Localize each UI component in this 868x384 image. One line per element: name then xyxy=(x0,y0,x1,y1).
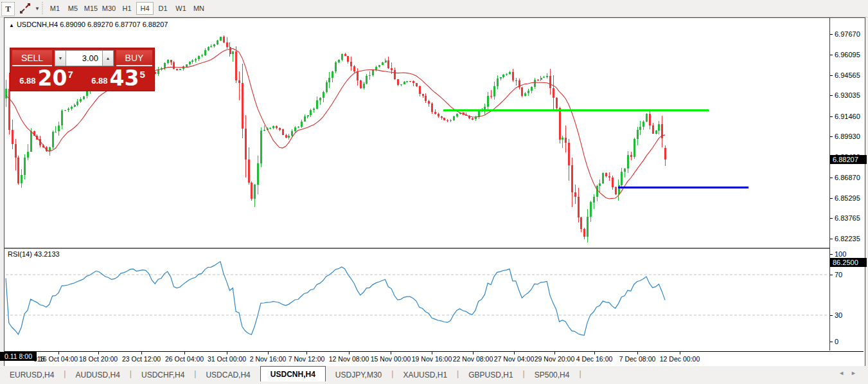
tab-sp500-h4[interactable]: SP500,H4 xyxy=(525,369,580,381)
timeframe-h4[interactable]: H4 xyxy=(136,2,154,15)
time-tick-mark xyxy=(58,352,59,354)
price-tick-label: 6.97670 xyxy=(835,30,860,38)
time-tick-mark xyxy=(306,352,307,354)
sell-price[interactable]: 6.88 20 7 xyxy=(10,68,82,89)
time-tick-label[interactable]: 15 Nov 00:00 xyxy=(371,355,411,363)
time-tick-label[interactable]: 7 Nov 12:00 xyxy=(288,355,325,363)
time-tick-label[interactable]: 12 Nov 08:00 xyxy=(329,355,369,363)
candle xyxy=(332,71,333,78)
candle xyxy=(608,176,610,177)
candle xyxy=(556,98,558,108)
candle xyxy=(509,72,511,74)
candle xyxy=(369,75,371,76)
timeframe-m5[interactable]: M5 xyxy=(64,2,82,15)
candle xyxy=(441,116,443,118)
cursor-arrows-icon[interactable] xyxy=(17,2,33,15)
tab-usdcad-h4[interactable]: USDCAD,H4 xyxy=(196,369,260,381)
candle xyxy=(602,173,604,183)
time-tick-label[interactable]: 18 Oct 20:00 xyxy=(79,355,118,363)
tab-scroll-left-icon[interactable]: ◄ xyxy=(838,370,851,376)
candle xyxy=(506,74,508,75)
rsi-line xyxy=(6,262,665,336)
price-tick-mark xyxy=(830,116,833,117)
candle xyxy=(58,125,60,131)
tab-xauusd-h1[interactable]: XAUUSD,H1 xyxy=(393,369,457,381)
buy-price[interactable]: 6.88 43 5 xyxy=(82,68,154,89)
candle xyxy=(658,124,660,131)
candle xyxy=(583,229,585,237)
candle xyxy=(257,163,259,185)
tab-usdcnh-h4[interactable]: USDCNH,H4 xyxy=(260,366,326,381)
candle xyxy=(55,132,57,133)
time-tick-label[interactable]: 7 Dec 08:00 xyxy=(619,355,656,363)
tab-scroll-right-icon[interactable]: ► xyxy=(851,370,863,376)
timeframe-m1[interactable]: M1 xyxy=(46,2,64,15)
rsi-tick-mark xyxy=(830,315,833,316)
time-tick-label[interactable]: 31 Oct 00:00 xyxy=(208,355,246,363)
candle xyxy=(201,55,203,56)
toolbar-grip[interactable] xyxy=(40,2,44,15)
timeframe-w1[interactable]: W1 xyxy=(172,2,190,15)
candle xyxy=(310,110,312,115)
candle xyxy=(83,96,85,100)
timeframe-m15[interactable]: M15 xyxy=(82,2,100,15)
candle xyxy=(350,62,352,66)
panel-collapse-icon[interactable]: ▲ xyxy=(9,23,14,28)
time-tick-label[interactable]: 2 Nov 16:00 xyxy=(250,355,287,363)
tab-audusd-h4[interactable]: AUDUSD,H4 xyxy=(66,369,129,381)
tab-usdchf-h4[interactable]: USDCHF,H4 xyxy=(132,369,194,381)
time-marker-box: 0.11 8:00 xyxy=(0,352,37,361)
rsi-pane[interactable]: RSI(14) 43.2133 xyxy=(4,250,829,351)
time-tick-label[interactable]: 27 Nov 04:00 xyxy=(494,355,534,363)
volume-increase-button[interactable]: ▲ xyxy=(102,50,114,66)
candle xyxy=(637,130,639,139)
candle xyxy=(335,62,337,71)
time-tick-mark xyxy=(391,352,391,354)
time-tick-label[interactable]: 23 Oct 12:00 xyxy=(122,355,161,363)
time-tick-label[interactable]: 12 Dec 00:00 xyxy=(660,355,700,363)
time-tick-label[interactable]: 29 Nov 20:00 xyxy=(535,355,574,363)
rsi-tick-label: 0 xyxy=(835,338,838,345)
candle xyxy=(500,77,502,78)
price-tick-label: 6.89930 xyxy=(835,133,860,140)
candle xyxy=(434,112,436,114)
tab-gbpusd-h1[interactable]: GBPUSD,H1 xyxy=(459,369,522,381)
time-axis[interactable]: 16 Oct 04:0018 Oct 20:0023 Oct 12:0026 O… xyxy=(4,351,864,366)
candle xyxy=(587,217,589,237)
candle xyxy=(326,82,328,92)
price-tick-label: 6.94565 xyxy=(835,71,860,79)
text-tool-button[interactable]: T xyxy=(1,2,15,16)
tab-eurusd-h4[interactable]: EURUSD,H4 xyxy=(0,369,64,381)
tab-usdjpy-m30[interactable]: USDJPY,M30 xyxy=(326,369,391,381)
time-tick-label[interactable]: 4 Dec 16:00 xyxy=(576,355,613,363)
candle xyxy=(596,186,598,196)
volume-input[interactable]: 3.00 xyxy=(66,50,102,66)
price-axis[interactable]: 6.976706.960956.945656.930356.914606.899… xyxy=(829,18,864,351)
price-tick-label: 6.83765 xyxy=(835,214,860,222)
time-tick-label[interactable]: 19 Nov 16:00 xyxy=(412,355,452,363)
price-tick-label: 6.93035 xyxy=(835,91,860,99)
one-click-trading-panel: SELL ▼ 3.00 ▲ BUY 6.88 20 7 6.88 43 5 xyxy=(10,48,155,91)
volume-decrease-button[interactable]: ▼ xyxy=(55,50,66,66)
candle xyxy=(353,66,355,72)
candle xyxy=(456,114,458,116)
candle xyxy=(61,111,63,125)
sell-button[interactable]: SELL xyxy=(12,50,52,66)
time-tick-mark xyxy=(637,352,638,354)
timeframe-mn[interactable]: MN xyxy=(190,2,208,15)
candle xyxy=(633,139,635,157)
timeframe-d1[interactable]: D1 xyxy=(154,2,172,15)
candle xyxy=(443,118,445,120)
timeframe-h1[interactable]: H1 xyxy=(118,2,136,15)
time-tick-label[interactable]: 26 Oct 04:00 xyxy=(165,355,204,363)
price-tick-mark xyxy=(830,95,833,96)
timeframe-m30[interactable]: M30 xyxy=(100,2,118,15)
buy-price-small: 6.88 xyxy=(91,76,107,86)
candle xyxy=(269,128,271,129)
candle xyxy=(664,148,666,160)
bottom-strip xyxy=(0,381,868,384)
time-tick-label[interactable]: 22 Nov 08:00 xyxy=(453,355,493,363)
pane-separator[interactable] xyxy=(4,248,864,249)
buy-button[interactable]: BUY xyxy=(116,50,152,66)
timeframe-buttons: M1M5M15M30H1H4D1W1MN xyxy=(46,2,208,15)
